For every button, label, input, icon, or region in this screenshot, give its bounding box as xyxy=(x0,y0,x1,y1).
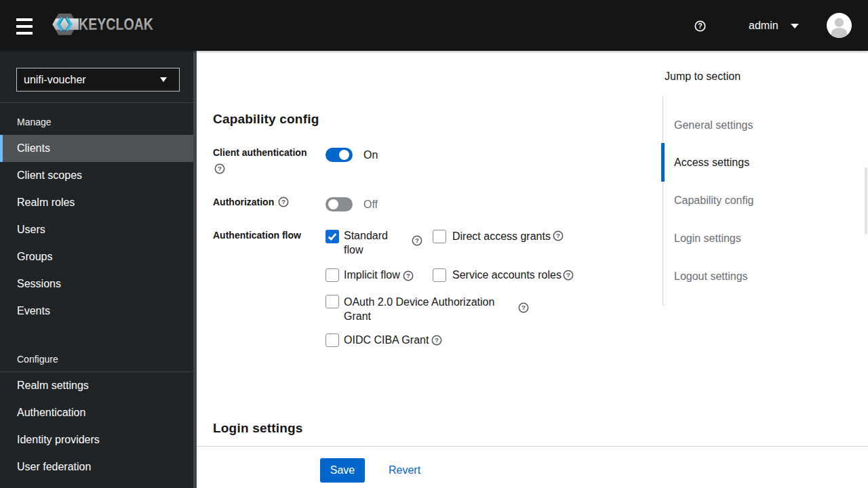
svg-text:?: ? xyxy=(435,336,439,344)
svg-text:?: ? xyxy=(218,165,222,172)
svg-text:?: ? xyxy=(415,237,419,244)
svg-text:?: ? xyxy=(566,271,570,279)
svg-text:?: ? xyxy=(281,198,285,205)
svg-text:?: ? xyxy=(556,232,560,239)
svg-text:?: ? xyxy=(698,22,702,30)
svg-text:?: ? xyxy=(521,304,526,311)
svg-text:KEYCLOAK: KEYCLOAK xyxy=(79,16,153,33)
svg-text:?: ? xyxy=(406,272,410,279)
